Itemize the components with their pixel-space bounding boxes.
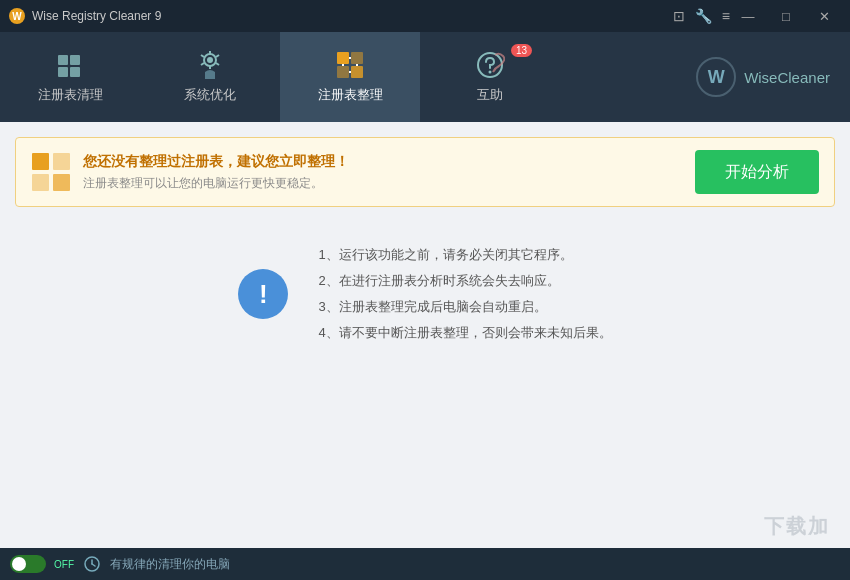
start-analysis-button[interactable]: 开始分析 bbox=[695, 150, 819, 194]
registry-defrag-icon bbox=[335, 50, 365, 80]
info-item-2: 2、在进行注册表分析时系统会失去响应。 bbox=[318, 268, 611, 294]
info-section: ! 1、运行该功能之前，请务必关闭其它程序。 2、在进行注册表分析时系统会失去响… bbox=[0, 222, 850, 366]
maximize-button[interactable]: □ bbox=[768, 2, 804, 30]
info-item-4: 4、请不要中断注册表整理，否则会带来未知后果。 bbox=[318, 320, 611, 346]
info-exclamation: ! bbox=[259, 279, 268, 310]
title-text: Wise Registry Cleaner 9 bbox=[32, 9, 161, 23]
svg-rect-14 bbox=[337, 52, 349, 64]
svg-line-30 bbox=[92, 564, 95, 566]
svg-line-9 bbox=[216, 63, 219, 65]
svg-line-12 bbox=[201, 55, 204, 57]
svg-rect-16 bbox=[337, 66, 349, 78]
alert-mosaic-icon bbox=[31, 152, 71, 192]
main-content: 您还没有整理过注册表，建议您立即整理！ 注册表整理可以让您的电脑运行更快更稳定。… bbox=[0, 122, 850, 548]
wrench-icon[interactable]: 🔧 bbox=[695, 8, 712, 24]
svg-rect-17 bbox=[351, 66, 363, 78]
watermark: 下载加 bbox=[764, 513, 830, 540]
svg-rect-2 bbox=[58, 55, 68, 65]
nav-label-system-optimize: 系统优化 bbox=[184, 86, 236, 104]
logo-letter: W bbox=[708, 67, 725, 88]
nav-item-system-optimize[interactable]: 系统优化 bbox=[140, 32, 280, 122]
svg-line-8 bbox=[216, 55, 219, 57]
toggle-label: OFF bbox=[54, 559, 74, 570]
alert-banner: 您还没有整理过注册表，建议您立即整理！ 注册表整理可以让您的电脑运行更快更稳定。… bbox=[15, 137, 835, 207]
status-text: 有规律的清理你的电脑 bbox=[110, 556, 230, 573]
nav-bar: 注册表清理 系统优化 注册表整理 bbox=[0, 32, 850, 122]
svg-line-11 bbox=[201, 63, 204, 65]
app-icon: W bbox=[8, 7, 26, 25]
menu-icon[interactable]: ≡ bbox=[722, 8, 730, 24]
nav-label-help: 互助 bbox=[477, 86, 503, 104]
nav-label-registry-clean: 注册表清理 bbox=[38, 86, 103, 104]
minimize-button[interactable]: — bbox=[730, 2, 766, 30]
title-left: W Wise Registry Cleaner 9 bbox=[8, 7, 161, 25]
nav-label-registry-defrag: 注册表整理 bbox=[318, 86, 383, 104]
title-extra-icons: ⊡ 🔧 ≡ bbox=[673, 0, 730, 32]
info-list: 1、运行该功能之前，请务必关闭其它程序。 2、在进行注册表分析时系统会失去响应。… bbox=[318, 242, 611, 346]
alert-text-block: 您还没有整理过注册表，建议您立即整理！ 注册表整理可以让您的电脑运行更快更稳定。 bbox=[83, 153, 683, 192]
svg-point-23 bbox=[489, 71, 492, 74]
svg-text:W: W bbox=[12, 11, 22, 22]
svg-rect-4 bbox=[58, 67, 68, 77]
logo-text: WiseCleaner bbox=[744, 69, 830, 86]
svg-rect-27 bbox=[53, 174, 70, 191]
clock-icon bbox=[84, 556, 100, 572]
monitor-icon[interactable]: ⊡ bbox=[673, 8, 685, 24]
alert-title: 您还没有整理过注册表，建议您立即整理！ bbox=[83, 153, 683, 171]
help-icon bbox=[475, 50, 505, 80]
title-bar: W Wise Registry Cleaner 9 ⊡ 🔧 ≡ — □ ✕ bbox=[0, 0, 850, 32]
wisecleaner-logo: W WiseCleaner bbox=[696, 57, 830, 97]
toggle-thumb bbox=[12, 557, 26, 571]
status-bar: OFF 有规律的清理你的电脑 bbox=[0, 548, 850, 580]
svg-rect-26 bbox=[32, 174, 49, 191]
nav-item-registry-defrag[interactable]: 注册表整理 bbox=[280, 32, 420, 122]
close-button[interactable]: ✕ bbox=[806, 2, 842, 30]
svg-rect-15 bbox=[351, 52, 363, 64]
info-icon: ! bbox=[238, 269, 288, 319]
logo-circle: W bbox=[696, 57, 736, 97]
alert-subtitle: 注册表整理可以让您的电脑运行更快更稳定。 bbox=[83, 175, 683, 192]
svg-rect-5 bbox=[70, 67, 80, 77]
svg-rect-3 bbox=[70, 55, 80, 65]
nav-item-help[interactable]: 13 互助 bbox=[420, 32, 560, 122]
nav-item-registry-clean[interactable]: 注册表清理 bbox=[0, 32, 140, 122]
help-badge: 13 bbox=[511, 44, 532, 57]
info-item-1: 1、运行该功能之前，请务必关闭其它程序。 bbox=[318, 242, 611, 268]
svg-rect-25 bbox=[53, 153, 70, 170]
window-controls: — □ ✕ bbox=[730, 2, 842, 30]
system-optimize-icon bbox=[195, 50, 225, 80]
svg-point-13 bbox=[207, 57, 213, 63]
registry-clean-icon bbox=[55, 50, 85, 80]
auto-clean-toggle[interactable] bbox=[10, 555, 46, 573]
info-item-3: 3、注册表整理完成后电脑会自动重启。 bbox=[318, 294, 611, 320]
svg-rect-24 bbox=[32, 153, 49, 170]
